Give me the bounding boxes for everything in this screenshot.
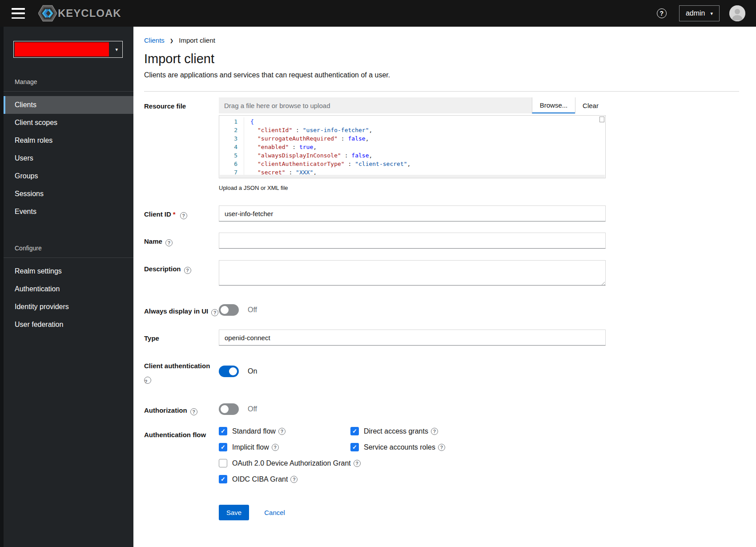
checkbox-standard-flow[interactable]: ✓ Standard flow ? <box>219 427 350 435</box>
keycloak-logo: KEYCLOAK <box>38 4 121 22</box>
person-icon <box>729 5 745 21</box>
page-title: Import client <box>144 52 739 66</box>
checkbox-checked-icon[interactable]: ✓ <box>219 443 227 451</box>
breadcrumb-clients-link[interactable]: Clients <box>144 36 165 44</box>
upload-helper-text: Upload a JSON or XML file <box>219 185 606 191</box>
toggle-state-label: Off <box>248 306 257 314</box>
main-content: Clients ❯ Import client Import client Cl… <box>133 27 756 547</box>
name-input[interactable] <box>219 233 606 249</box>
help-icon[interactable]: ? <box>190 408 197 415</box>
nav-toggle-button[interactable] <box>12 8 25 19</box>
code-line: { <box>250 117 254 126</box>
masthead: KEYCLOAK ? admin ▾ <box>0 0 756 27</box>
checkbox-service-accounts-roles[interactable]: ✓ Service accounts roles ? <box>350 443 606 451</box>
browse-button[interactable]: Browse... <box>532 97 575 113</box>
user-menu-label: admin <box>686 9 705 17</box>
help-icon[interactable]: ? <box>144 377 151 384</box>
authorization-toggle[interactable] <box>219 403 239 415</box>
clear-button[interactable]: Clear <box>575 97 606 113</box>
file-upload-input[interactable] <box>219 97 532 113</box>
code-line: "alwaysDisplayInConsole" : false, <box>257 151 372 160</box>
chevron-down-icon: ▾ <box>115 47 118 52</box>
checkbox-oauth-device-grant[interactable]: OAuth 2.0 Device Authorization Grant ? <box>219 459 606 467</box>
sidebar-item-clients[interactable]: Clients <box>4 96 133 114</box>
sidebar-item-user-federation[interactable]: User federation <box>4 316 133 334</box>
code-line: "clientAuthenticatorType" : "client-secr… <box>257 160 410 168</box>
code-line: "clientId" : "user-info-fetcher", <box>257 126 372 134</box>
save-button[interactable]: Save <box>219 505 249 520</box>
help-icon[interactable]: ? <box>431 428 438 435</box>
chevron-right-icon: ❯ <box>170 38 173 43</box>
name-label: Name? <box>144 233 219 249</box>
authorization-label: Authorization? <box>144 402 219 415</box>
always-display-toggle[interactable] <box>219 304 239 316</box>
client-authentication-label: Client authentication? <box>144 357 219 384</box>
sidebar-item-realm-roles[interactable]: Realm roles <box>4 132 133 149</box>
sidebar-item-users[interactable]: Users <box>4 149 133 167</box>
realm-name-redacted <box>15 42 109 56</box>
help-icon[interactable]: ? <box>211 309 218 316</box>
sidebar: ▾ Manage Clients Client scopes Realm rol… <box>0 27 133 547</box>
help-icon[interactable]: ? <box>657 8 667 18</box>
client-authentication-toggle[interactable] <box>219 366 239 377</box>
avatar[interactable] <box>729 5 745 21</box>
checkbox-direct-access-grants[interactable]: ✓ Direct access grants ? <box>350 427 606 435</box>
keycloak-logo-text: KEYCLOAK <box>58 7 121 20</box>
sidebar-item-realm-settings[interactable]: Realm settings <box>4 262 133 280</box>
checkbox-unchecked-icon[interactable] <box>219 459 227 467</box>
authentication-flow-label: Authentication flow <box>144 426 219 483</box>
keycloak-logo-icon <box>38 4 57 22</box>
nav-heading-manage: Manage <box>0 78 133 85</box>
help-icon[interactable]: ? <box>290 476 298 483</box>
resource-file-label: Resource file <box>144 97 219 191</box>
file-upload-group: Browse... Clear <box>219 97 606 113</box>
required-asterisk: * <box>173 210 176 218</box>
editor-horizontal-scrollbar[interactable] <box>220 175 605 178</box>
help-icon[interactable]: ? <box>438 444 445 451</box>
client-id-label: Client ID*? <box>144 205 219 221</box>
sidebar-item-client-scopes[interactable]: Client scopes <box>4 114 133 132</box>
help-icon[interactable]: ? <box>184 267 191 274</box>
help-icon[interactable]: ? <box>354 460 361 467</box>
nav-manage-group: Manage Clients Client scopes Realm roles… <box>0 78 133 221</box>
always-display-label: Always display in UI? <box>144 302 219 316</box>
checkbox-checked-icon[interactable]: ✓ <box>219 475 227 483</box>
cancel-button[interactable]: Cancel <box>264 509 285 516</box>
sidebar-item-identity-providers[interactable]: Identity providers <box>4 298 133 316</box>
checkbox-checked-icon[interactable]: ✓ <box>350 443 359 451</box>
description-textarea[interactable] <box>219 260 606 286</box>
description-label: Description? <box>144 260 219 287</box>
checkbox-checked-icon[interactable]: ✓ <box>219 427 227 435</box>
client-id-input[interactable] <box>219 205 606 221</box>
checkbox-oidc-ciba-grant[interactable]: ✓ OIDC CIBA Grant ? <box>219 475 606 483</box>
checkbox-implicit-flow[interactable]: ✓ Implicit flow ? <box>219 443 350 451</box>
breadcrumb-current: Import client <box>179 36 215 44</box>
help-icon[interactable]: ? <box>272 444 279 451</box>
sidebar-item-authentication[interactable]: Authentication <box>4 280 133 298</box>
sidebar-item-events[interactable]: Events <box>4 203 133 221</box>
type-input[interactable] <box>219 330 606 346</box>
authentication-flow-options: ✓ Standard flow ? ✓ Direct access grants… <box>219 426 606 483</box>
checkbox-checked-icon[interactable]: ✓ <box>350 427 359 435</box>
realm-selector[interactable]: ▾ <box>13 41 123 58</box>
code-line: "enabled" : true, <box>257 143 317 151</box>
nav-heading-configure: Configure <box>0 245 133 252</box>
help-icon[interactable]: ? <box>180 212 187 219</box>
code-line: "surrogateAuthRequired" : false, <box>257 134 369 143</box>
import-client-form: Resource file Browse... Clear 1{ 2"clien… <box>144 97 739 520</box>
toggle-state-label: On <box>248 367 257 375</box>
help-icon[interactable]: ? <box>165 239 173 246</box>
page-subtitle: Clients are applications and services th… <box>144 71 739 79</box>
json-code-editor[interactable]: 1{ 2"clientId" : "user-info-fetcher", 3"… <box>219 115 606 178</box>
sidebar-item-sessions[interactable]: Sessions <box>4 185 133 203</box>
user-menu-dropdown[interactable]: admin ▾ <box>679 5 720 21</box>
type-label: Type <box>144 330 219 346</box>
chevron-down-icon: ▾ <box>710 11 713 16</box>
sidebar-item-groups[interactable]: Groups <box>4 167 133 185</box>
toggle-state-label: Off <box>248 405 257 413</box>
editor-vertical-scrollbar[interactable] <box>599 117 604 122</box>
help-icon[interactable]: ? <box>278 428 286 435</box>
nav-configure-group: Configure Realm settings Authentication … <box>0 245 133 334</box>
breadcrumb: Clients ❯ Import client <box>144 36 739 44</box>
